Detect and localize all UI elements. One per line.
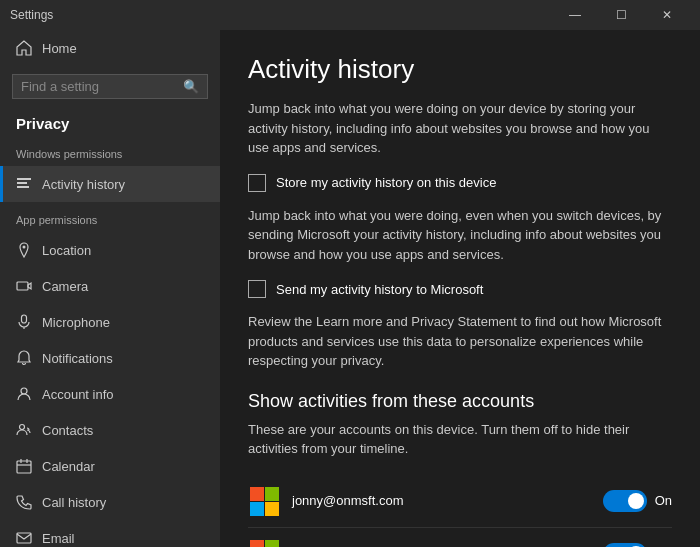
- title-bar-controls: — ☐ ✕: [552, 0, 690, 30]
- title-bar: Settings — ☐ ✕: [0, 0, 700, 30]
- sidebar-item-activity-history[interactable]: Activity history: [0, 166, 220, 202]
- app-body: Home 🔍 Privacy Windows permissions Activ…: [0, 30, 700, 547]
- svg-rect-17: [250, 502, 264, 516]
- accounts-desc: These are your accounts on this device. …: [248, 420, 672, 459]
- sidebar-item-email[interactable]: Email: [0, 520, 220, 547]
- windows-logo-1: [248, 485, 280, 517]
- close-button[interactable]: ✕: [644, 0, 690, 30]
- sidebar-item-email-label: Email: [42, 531, 75, 546]
- home-icon: [16, 40, 32, 56]
- toggle1-label: On: [655, 493, 672, 508]
- checkbox2-label: Send my activity history to Microsoft: [276, 282, 483, 297]
- svg-rect-15: [250, 487, 264, 501]
- activity-history-icon: [16, 176, 32, 192]
- desc3: Review the Learn more and Privacy Statem…: [248, 312, 672, 371]
- svg-point-7: [21, 388, 27, 394]
- toggle1-container: On: [603, 490, 672, 512]
- sidebar-item-calendar[interactable]: Calendar: [0, 448, 220, 484]
- camera-icon: [16, 278, 32, 294]
- svg-rect-9: [17, 461, 31, 473]
- sidebar-item-notifications[interactable]: Notifications: [0, 340, 220, 376]
- svg-rect-0: [17, 178, 31, 180]
- checkbox1[interactable]: [248, 174, 266, 192]
- show-activities-title: Show activities from these accounts: [248, 391, 672, 412]
- svg-rect-21: [265, 540, 279, 548]
- sidebar-item-location[interactable]: Location: [0, 232, 220, 268]
- sidebar-item-home[interactable]: Home: [0, 30, 220, 66]
- sidebar-item-microphone[interactable]: Microphone: [0, 304, 220, 340]
- svg-rect-20: [250, 540, 264, 548]
- account-row-2: jonnyc@ldwell.me On: [248, 528, 672, 548]
- sidebar-item-home-label: Home: [42, 41, 77, 56]
- checkbox1-label: Store my activity history on this device: [276, 175, 496, 190]
- windows-permissions-label: Windows permissions: [0, 136, 220, 166]
- sidebar: Home 🔍 Privacy Windows permissions Activ…: [0, 30, 220, 547]
- sidebar-item-activity-history-label: Activity history: [42, 177, 125, 192]
- account-row-1: jonny@onmsft.com On: [248, 475, 672, 528]
- checkbox2[interactable]: [248, 280, 266, 298]
- svg-rect-16: [265, 487, 279, 501]
- toggle2[interactable]: [603, 543, 647, 548]
- svg-rect-18: [265, 502, 279, 516]
- desc1: Jump back into what you were doing on yo…: [248, 99, 672, 158]
- search-icon: 🔍: [183, 79, 199, 94]
- checkbox2-row: Send my activity history to Microsoft: [248, 280, 672, 298]
- account1-email: jonny@onmsft.com: [292, 493, 603, 508]
- sidebar-item-account-info[interactable]: Account info: [0, 376, 220, 412]
- maximize-button[interactable]: ☐: [598, 0, 644, 30]
- desc2: Jump back into what you were doing, even…: [248, 206, 672, 265]
- windows-logo-2: [248, 538, 280, 548]
- page-title: Activity history: [248, 54, 672, 85]
- checkbox1-row: Store my activity history on this device: [248, 174, 672, 192]
- app-permissions-label: App permissions: [0, 202, 220, 232]
- sidebar-item-contacts[interactable]: Contacts: [0, 412, 220, 448]
- privacy-label: Privacy: [0, 107, 220, 136]
- sidebar-item-camera[interactable]: Camera: [0, 268, 220, 304]
- toggle2-container: On: [603, 543, 672, 548]
- minimize-button[interactable]: —: [552, 0, 598, 30]
- sidebar-item-calendar-label: Calendar: [42, 459, 95, 474]
- sidebar-item-notifications-label: Notifications: [42, 351, 113, 366]
- search-box[interactable]: 🔍: [12, 74, 208, 99]
- svg-rect-13: [17, 533, 31, 543]
- svg-rect-2: [17, 186, 29, 188]
- svg-point-3: [23, 246, 26, 249]
- sidebar-item-account-info-label: Account info: [42, 387, 114, 402]
- email-icon: [16, 530, 32, 546]
- title-bar-title: Settings: [10, 8, 552, 22]
- sidebar-item-camera-label: Camera: [42, 279, 88, 294]
- sidebar-item-call-history-label: Call history: [42, 495, 106, 510]
- svg-rect-1: [17, 182, 27, 184]
- svg-rect-5: [22, 315, 27, 323]
- search-input[interactable]: [21, 79, 177, 94]
- call-history-icon: [16, 494, 32, 510]
- sidebar-item-contacts-label: Contacts: [42, 423, 93, 438]
- sidebar-item-call-history[interactable]: Call history: [0, 484, 220, 520]
- main-content: Activity history Jump back into what you…: [220, 30, 700, 547]
- calendar-icon: [16, 458, 32, 474]
- location-icon: [16, 242, 32, 258]
- contacts-icon: [16, 422, 32, 438]
- account-info-icon: [16, 386, 32, 402]
- svg-rect-4: [17, 282, 28, 290]
- notifications-icon: [16, 350, 32, 366]
- svg-point-8: [20, 425, 25, 430]
- sidebar-item-microphone-label: Microphone: [42, 315, 110, 330]
- microphone-icon: [16, 314, 32, 330]
- toggle1[interactable]: [603, 490, 647, 512]
- sidebar-item-location-label: Location: [42, 243, 91, 258]
